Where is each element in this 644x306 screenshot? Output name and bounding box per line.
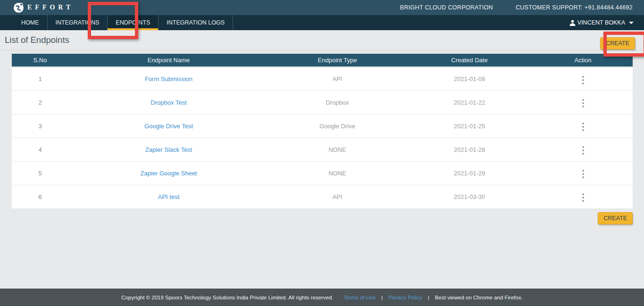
cell-action (533, 161, 633, 185)
navbar: HOME INTEGRATIONS ENDPOINTS INTEGRATION … (0, 15, 644, 30)
terms-of-use-link[interactable]: Terms of Use (344, 295, 376, 300)
user-menu[interactable]: VINCENT BOKKA (569, 15, 644, 30)
table-row: 5 Zapier Google Sheet NONE 2021-01-29 (12, 161, 633, 185)
row-actions-kebab-icon[interactable] (579, 121, 587, 133)
column-header-action: Action (533, 54, 633, 67)
customer-support: CUSTOMER SUPPORT: +91.84484.44692 (516, 4, 633, 11)
create-button-bottom[interactable]: CREATE (598, 212, 633, 224)
table-row: 3 Google Drive Test Google Drive 2021-01… (12, 114, 633, 138)
brand-name: EFFORT (27, 4, 74, 11)
footer: Copyright © 2019 Spoors Technology Solut… (0, 289, 644, 306)
footer-separator: | (381, 295, 383, 300)
bottom-create-row: CREATE (0, 212, 633, 224)
row-actions-kebab-icon[interactable] (579, 74, 587, 86)
nav-tab-integrations[interactable]: INTEGRATIONS (48, 15, 108, 30)
cell-created-date: 2021-01-25 (406, 114, 533, 138)
endpoints-table-head: S.No Endpoint Name Endpoint Type Created… (12, 54, 633, 67)
endpoints-table-body: 1 Form Submission API 2021-01-08 2 Dropb… (12, 67, 633, 208)
cell-endpoint-name: Form Submission (68, 67, 269, 91)
cell-endpoint-name: Google Drive Test (68, 114, 269, 138)
user-icon (569, 19, 576, 26)
column-header-sno: S.No (12, 54, 68, 67)
cell-sno: 3 (12, 114, 68, 138)
table-row: 4 Zapier Slack Test NONE 2021-01-28 (12, 138, 633, 161)
page-title: List of Endpoints (5, 35, 69, 45)
cell-endpoint-name: Zapier Slack Test (68, 138, 269, 161)
table-row: 1 Form Submission API 2021-01-08 (12, 67, 633, 91)
cell-sno: 1 (12, 67, 68, 91)
header-row: S.No Endpoint Name Endpoint Type Created… (12, 54, 633, 67)
cell-created-date: 2021-01-22 (406, 91, 533, 114)
effort-logo-icon (13, 2, 25, 13)
cell-endpoint-name: API test (68, 185, 269, 208)
cell-endpoint-type: NONE (269, 138, 406, 161)
cell-endpoint-name: Dropbox Test (68, 91, 269, 114)
brand: EFFORT (13, 2, 74, 13)
chevron-down-icon (629, 22, 634, 24)
endpoints-table: S.No Endpoint Name Endpoint Type Created… (12, 54, 633, 208)
cell-action (533, 185, 633, 208)
endpoints-table-card: S.No Endpoint Name Endpoint Type Created… (12, 54, 633, 208)
cell-action (533, 114, 633, 138)
cell-action (533, 91, 633, 114)
cell-endpoint-type: API (269, 67, 406, 91)
cell-endpoint-type: API (269, 185, 406, 208)
table-row: 2 Dropbox Test Dropbox 2021-01-22 (12, 91, 633, 114)
cell-endpoint-type: Dropbox (269, 91, 406, 114)
endpoint-name-link[interactable]: Form Submission (145, 75, 192, 83)
page-head: List of Endpoints CREATE (0, 30, 644, 50)
cell-sno: 2 (12, 91, 68, 114)
cell-sno: 5 (12, 161, 68, 185)
endpoint-name-link[interactable]: Google Drive Test (144, 123, 193, 130)
endpoint-name-link[interactable]: Dropbox Test (151, 99, 186, 106)
cell-sno: 6 (12, 185, 68, 208)
nav-tab-home[interactable]: HOME (13, 15, 48, 30)
column-header-endpoint-name: Endpoint Name (68, 54, 269, 67)
cell-endpoint-type: Google Drive (269, 114, 406, 138)
cell-created-date: 2021-03-30 (406, 185, 533, 208)
nav-tab-integration-logs[interactable]: INTEGRATION LOGS (159, 15, 233, 30)
company-name: BRIGHT CLOUD CORPORATION (400, 4, 493, 11)
footer-copyright: Copyright © 2019 Spoors Technology Solut… (121, 295, 333, 300)
cell-endpoint-type: NONE (269, 161, 406, 185)
cell-sno: 4 (12, 138, 68, 161)
row-actions-kebab-icon[interactable] (579, 97, 587, 109)
cell-action (533, 67, 633, 91)
topbar: EFFORT BRIGHT CLOUD CORPORATION CUSTOMER… (0, 0, 644, 15)
endpoint-name-link[interactable]: Zapier Slack Test (145, 146, 192, 153)
cell-action (533, 138, 633, 161)
endpoint-name-link[interactable]: API test (158, 193, 180, 200)
user-name: VINCENT BOKKA (577, 19, 625, 26)
cell-endpoint-name: Zapier Google Sheet (68, 161, 269, 185)
endpoint-name-link[interactable]: Zapier Google Sheet (141, 170, 197, 177)
nav-tabs: HOME INTEGRATIONS ENDPOINTS INTEGRATION … (0, 15, 233, 30)
table-row: 6 API test API 2021-03-30 (12, 185, 633, 208)
cell-created-date: 2021-01-29 (406, 161, 533, 185)
footer-best-viewed: Best viewed on Chrome and Firefox. (435, 295, 523, 300)
nav-tab-endpoints[interactable]: ENDPOINTS (108, 15, 159, 30)
row-actions-kebab-icon[interactable] (579, 191, 587, 204)
footer-separator: | (428, 295, 429, 300)
row-actions-kebab-icon[interactable] (579, 144, 587, 157)
create-button-top[interactable]: CREATE (600, 37, 635, 50)
topbar-right: BRIGHT CLOUD CORPORATION CUSTOMER SUPPOR… (400, 4, 633, 11)
column-header-endpoint-type: Endpoint Type (269, 54, 406, 67)
cell-created-date: 2021-01-08 (406, 67, 533, 91)
privacy-policy-link[interactable]: Privacy Policy (388, 295, 422, 300)
row-actions-kebab-icon[interactable] (579, 168, 587, 180)
column-header-created-date: Created Date (406, 54, 533, 67)
cell-created-date: 2021-01-28 (406, 138, 533, 161)
